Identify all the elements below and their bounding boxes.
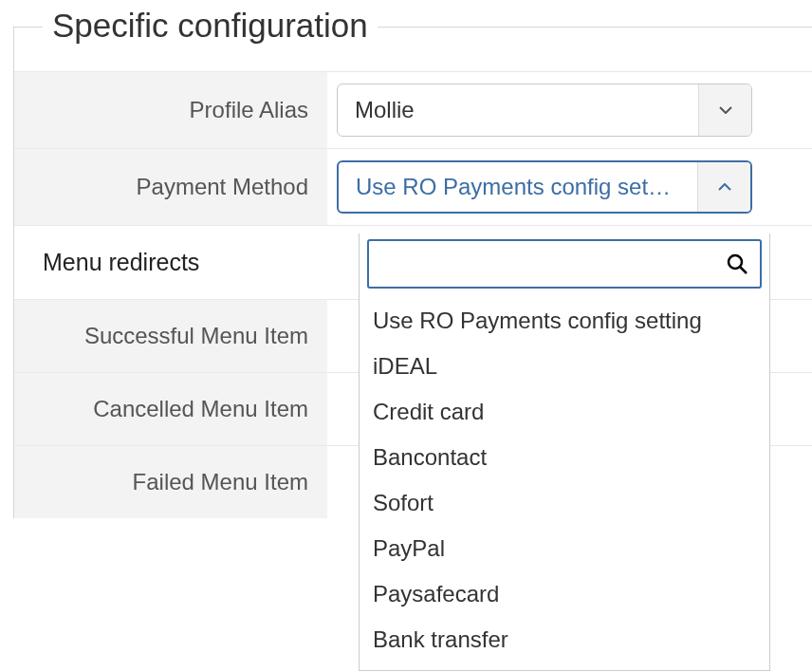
dropdown-option[interactable]: Use RO Payments config setting	[360, 298, 769, 344]
profile-alias-row: Profile Alias Mollie	[14, 71, 812, 148]
caret-up-icon	[697, 162, 750, 212]
dropdown-option[interactable]: Bank transfer	[360, 617, 769, 663]
dropdown-options-list: Use RO Payments config setting iDEAL Cre…	[360, 298, 769, 663]
payment-method-select[interactable]: Use RO Payments config set…	[337, 160, 752, 214]
svg-point-0	[729, 255, 742, 269]
payment-method-selected-value: Use RO Payments config set…	[339, 162, 697, 212]
profile-alias-select[interactable]: Mollie	[337, 84, 752, 137]
profile-alias-control-cell: Mollie	[327, 72, 812, 148]
dropdown-option[interactable]: Sofort	[360, 480, 769, 526]
caret-down-icon	[698, 84, 751, 136]
failed-menu-item-label: Failed Menu Item	[14, 446, 327, 518]
payment-method-label: Payment Method	[14, 149, 327, 225]
profile-alias-selected-value: Mollie	[338, 84, 698, 136]
dropdown-option[interactable]: Paysafecard	[360, 571, 769, 617]
dropdown-option[interactable]: PayPal	[360, 526, 769, 571]
dropdown-search-wrapper	[367, 239, 762, 289]
dropdown-option[interactable]: iDEAL	[360, 344, 769, 389]
payment-method-row: Payment Method Use RO Payments config se…	[14, 148, 812, 225]
successful-menu-item-label: Successful Menu Item	[14, 300, 327, 372]
dropdown-option[interactable]: Credit card	[360, 389, 769, 435]
dropdown-option[interactable]: Bancontact	[360, 435, 769, 480]
svg-line-1	[741, 268, 747, 274]
profile-alias-label: Profile Alias	[14, 72, 327, 148]
search-icon	[726, 252, 748, 275]
dropdown-search-input[interactable]	[380, 241, 726, 287]
payment-method-dropdown-panel: Use RO Payments config setting iDEAL Cre…	[359, 233, 770, 671]
payment-method-control-cell: Use RO Payments config set…	[327, 149, 812, 225]
fieldset-legend: Specific configuration	[43, 7, 378, 45]
cancelled-menu-item-label: Cancelled Menu Item	[14, 373, 327, 445]
